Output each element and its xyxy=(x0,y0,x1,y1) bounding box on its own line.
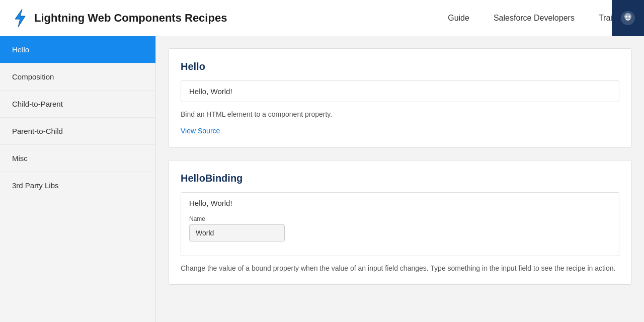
svg-marker-0 xyxy=(15,9,25,27)
main-nav: Guide Salesforce Developers Trailhead xyxy=(448,14,632,23)
hello-view-source[interactable]: View Source xyxy=(181,127,220,135)
app-title: Lightning Web Components Recipes xyxy=(34,12,227,25)
app-layout: Hello Composition Child-to-Parent Parent… xyxy=(0,36,644,322)
nav-guide[interactable]: Guide xyxy=(448,14,469,23)
lightning-bolt-icon xyxy=(12,8,28,28)
astro-icon xyxy=(619,9,637,27)
hello-card: Hello Hello, World! Bind an HTML element… xyxy=(168,48,632,148)
hello-binding-card-title: HelloBinding xyxy=(181,173,619,184)
hello-card-title: Hello xyxy=(181,61,619,72)
app-logo[interactable]: Lightning Web Components Recipes xyxy=(12,8,227,28)
app-header: Lightning Web Components Recipes Guide S… xyxy=(0,0,644,36)
hello-description: Bind an HTML element to a component prop… xyxy=(181,110,619,118)
nav-salesforce-developers[interactable]: Salesforce Developers xyxy=(494,14,575,23)
sidebar: Hello Composition Child-to-Parent Parent… xyxy=(0,36,156,322)
hello-demo: Hello, World! xyxy=(181,80,619,102)
sidebar-item-hello[interactable]: Hello xyxy=(0,36,155,63)
sidebar-item-3rd-party-libs[interactable]: 3rd Party Libs xyxy=(0,172,155,199)
svg-point-2 xyxy=(625,16,627,18)
svg-point-3 xyxy=(628,16,630,18)
hello-binding-demo: Hello, World! Name xyxy=(181,192,619,256)
hello-binding-greeting: Hello, World! xyxy=(189,199,611,207)
main-content: Hello Hello, World! Bind an HTML element… xyxy=(156,36,644,322)
hello-binding-description: Change the value of a bound property whe… xyxy=(181,264,619,272)
sidebar-item-composition[interactable]: Composition xyxy=(0,63,155,91)
name-input[interactable] xyxy=(189,224,285,242)
sidebar-item-parent-to-child[interactable]: Parent-to-Child xyxy=(0,118,155,145)
name-input-label: Name xyxy=(189,215,611,222)
sidebar-item-misc[interactable]: Misc xyxy=(0,145,155,172)
hello-binding-card: HelloBinding Hello, World! Name Change t… xyxy=(168,160,632,285)
sidebar-item-child-to-parent[interactable]: Child-to-Parent xyxy=(0,91,155,118)
trailhead-corner-badge xyxy=(612,0,644,36)
